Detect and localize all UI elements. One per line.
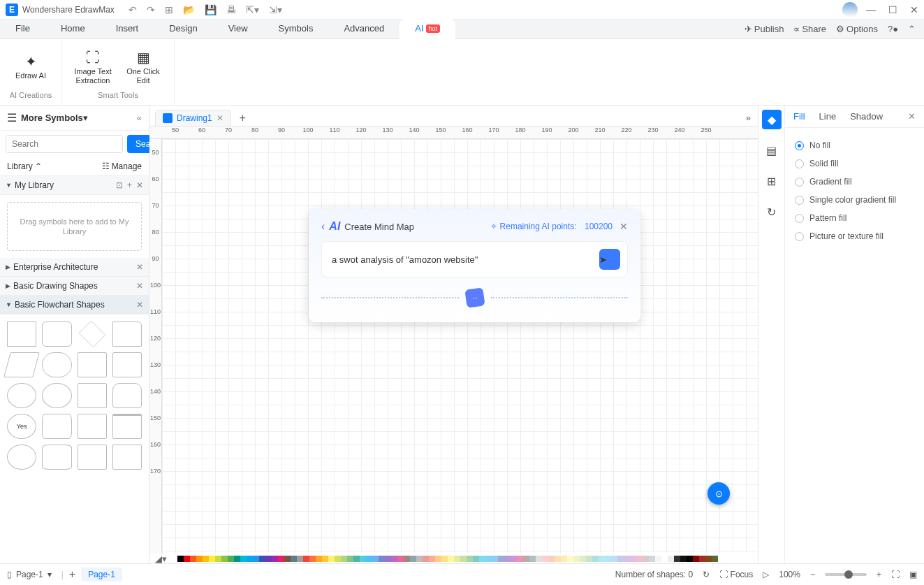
import-icon[interactable]: ⇲▾: [269, 4, 282, 15]
close-section-icon[interactable]: ✕: [136, 180, 143, 190]
color-swatch[interactable]: [586, 556, 592, 562]
image-text-extraction-button[interactable]: ⛶ Image Text Extraction: [72, 43, 114, 91]
color-swatch[interactable]: [385, 556, 391, 562]
color-swatch[interactable]: [573, 556, 580, 562]
fill-option-single-gradient[interactable]: Single color gradient fill: [795, 191, 914, 209]
tab-symbols[interactable]: Symbols: [263, 19, 329, 39]
options-button[interactable]: ⚙Options: [836, 24, 878, 34]
color-swatch[interactable]: [617, 556, 624, 562]
shape-double[interactable]: [112, 414, 142, 439]
color-swatch[interactable]: [297, 556, 303, 562]
color-swatch[interactable]: [335, 556, 341, 562]
color-swatch[interactable]: [655, 556, 661, 562]
color-swatch[interactable]: [454, 556, 460, 562]
focus-button[interactable]: ⛶ Focus: [719, 570, 753, 579]
color-swatch[interactable]: [435, 556, 441, 562]
color-swatch[interactable]: [561, 556, 567, 562]
shape-rect2[interactable]: [112, 445, 142, 470]
shape-predefined[interactable]: [78, 352, 107, 377]
shape-user[interactable]: [78, 383, 107, 408]
library-drop-zone[interactable]: Drag symbols here to add to My Library: [7, 202, 142, 251]
color-swatch[interactable]: [360, 556, 366, 562]
shape-circle[interactable]: [7, 445, 36, 470]
color-swatch[interactable]: [467, 556, 473, 562]
zoom-in-button[interactable]: +: [877, 570, 881, 579]
shape-trapezoid[interactable]: [78, 445, 107, 470]
tab-home[interactable]: Home: [45, 19, 101, 39]
color-swatch[interactable]: [668, 556, 674, 562]
tab-fill[interactable]: Fill: [793, 111, 805, 122]
edraw-ai-button[interactable]: ✦ Edraw AI: [10, 43, 52, 91]
color-swatch[interactable]: [649, 556, 655, 562]
help-icon[interactable]: ?●: [888, 24, 898, 34]
color-swatch[interactable]: [592, 556, 599, 562]
shape-start[interactable]: [42, 352, 71, 377]
symbol-search-input[interactable]: [6, 135, 123, 153]
color-swatch[interactable]: [291, 556, 297, 562]
color-swatch[interactable]: [498, 556, 504, 562]
color-swatch[interactable]: [379, 556, 385, 562]
color-swatch[interactable]: [687, 556, 693, 562]
close-document-icon[interactable]: ✕: [217, 113, 223, 123]
close-dialog-icon[interactable]: ✕: [619, 221, 628, 232]
open-icon[interactable]: 📂: [183, 4, 195, 15]
shape-decision[interactable]: [78, 321, 105, 348]
new-icon[interactable]: ⊞: [165, 4, 173, 15]
shape-oval[interactable]: [42, 383, 71, 408]
refresh-icon[interactable]: ↻: [703, 570, 710, 579]
color-swatch[interactable]: [397, 556, 404, 562]
color-swatch[interactable]: [221, 556, 228, 562]
save-icon[interactable]: 💾: [205, 4, 217, 15]
shape-process[interactable]: [7, 322, 36, 347]
color-swatch[interactable]: [548, 556, 555, 562]
color-swatch[interactable]: [636, 556, 643, 562]
eyedropper-icon[interactable]: ◢▾: [155, 554, 167, 564]
fill-option-picture[interactable]: Picture or texture fill: [795, 227, 914, 245]
color-swatch[interactable]: [441, 556, 448, 562]
section-basic-drawing-shapes[interactable]: ▶ Basic Drawing Shapes ✕: [0, 277, 149, 296]
shape-data[interactable]: [3, 352, 40, 377]
color-swatch[interactable]: [303, 556, 309, 562]
close-section-icon[interactable]: ✕: [136, 300, 143, 310]
close-section-icon[interactable]: ✕: [136, 262, 143, 272]
maximize-icon[interactable]: ☐: [888, 4, 897, 15]
color-swatch[interactable]: [196, 556, 203, 562]
collapse-ribbon-icon[interactable]: ⌃: [908, 24, 916, 34]
fill-option-solid[interactable]: Solid fill: [795, 154, 914, 173]
color-swatch[interactable]: [599, 556, 605, 562]
minimize-icon[interactable]: —: [866, 4, 876, 15]
tab-view[interactable]: View: [213, 19, 263, 39]
shape-card[interactable]: [78, 414, 107, 439]
color-swatch[interactable]: [448, 556, 454, 562]
color-swatch[interactable]: [517, 556, 523, 562]
color-swatch[interactable]: [177, 556, 184, 562]
tab-line[interactable]: Line: [819, 111, 837, 122]
color-swatch[interactable]: [492, 556, 498, 562]
publish-button[interactable]: ✈Publish: [745, 24, 784, 34]
tab-file[interactable]: File: [0, 19, 45, 39]
color-swatch[interactable]: [272, 556, 278, 562]
library-label[interactable]: Library ⌃: [7, 161, 42, 171]
color-swatch[interactable]: [674, 556, 680, 562]
shape-person[interactable]: [112, 383, 142, 408]
color-swatch[interactable]: [630, 556, 636, 562]
color-swatch[interactable]: [228, 556, 234, 562]
expand-tabs-icon[interactable]: »: [739, 110, 758, 126]
fit-page-icon[interactable]: ⛶: [891, 570, 900, 579]
add-page-button[interactable]: +: [64, 568, 81, 581]
text-tool-icon[interactable]: ▤: [762, 140, 782, 160]
color-swatch[interactable]: [643, 556, 649, 562]
page-selector[interactable]: ▯Page-1 ▾: [7, 570, 52, 579]
color-swatch[interactable]: [542, 556, 548, 562]
color-swatch[interactable]: [511, 556, 517, 562]
color-swatch[interactable]: [278, 556, 284, 562]
zoom-slider[interactable]: [825, 573, 867, 576]
drawing-canvas[interactable]: ‹ AI Create Mind Map ✧ Remaining AI poin…: [162, 139, 758, 554]
close-right-panel-icon[interactable]: ✕: [908, 111, 916, 122]
zoom-out-button[interactable]: −: [810, 570, 815, 579]
one-click-edit-button[interactable]: ▦ One Click Edit: [122, 43, 164, 91]
color-swatch[interactable]: [322, 556, 328, 562]
section-enterprise-architecture[interactable]: ▶ Enterprise Architecture ✕: [0, 258, 149, 277]
color-swatch[interactable]: [341, 556, 347, 562]
close-section-icon[interactable]: ✕: [136, 281, 143, 291]
